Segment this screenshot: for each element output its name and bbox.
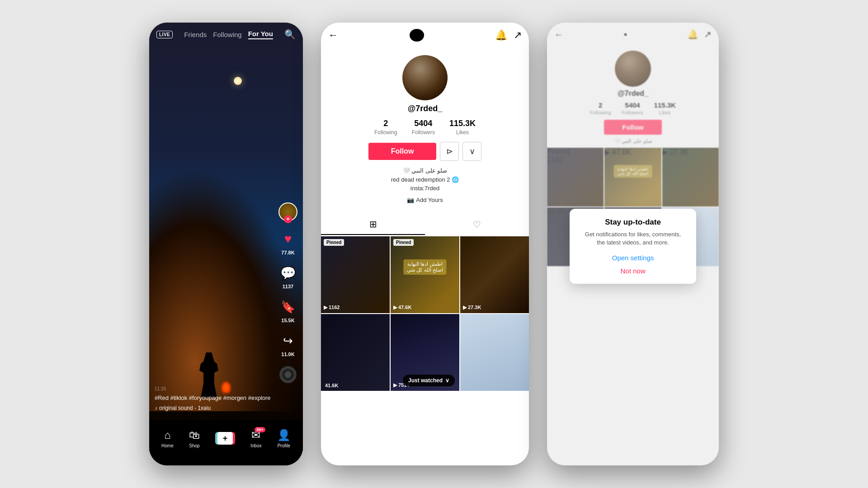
stat3-followers: 5404 Followers <box>622 101 643 115</box>
music-note-icon: ♪ <box>155 405 157 411</box>
likes3-label: Likes <box>659 110 671 115</box>
video-grid-tabs: ⊞ ♡ <box>321 214 529 235</box>
followers-label: Followers <box>412 129 435 136</box>
play-icon-5: ▶ <box>393 382 397 388</box>
profile-avatar-section: @7rded_ 2 Following 5404 Followers 115.3… <box>321 48 529 214</box>
add-button[interactable]: + <box>215 432 235 445</box>
phone-1-tiktok-feed: LIVE Friends Following For You 🔍 + <box>149 23 303 465</box>
open-settings-button[interactable]: Open settings <box>580 254 685 262</box>
follow-button[interactable]: Follow <box>368 143 437 160</box>
pinned-badge-1: Pinned <box>324 239 344 246</box>
grid-view-tab[interactable]: ⊞ <box>321 214 425 235</box>
sound-disc-action[interactable] <box>278 365 297 384</box>
search-icon[interactable]: 🔍 <box>284 29 296 40</box>
share-icon[interactable]: ↗ <box>514 29 522 41</box>
follow-plus-badge: + <box>284 215 292 223</box>
play3-2: ▶ <box>604 148 610 156</box>
heart-icon[interactable]: ♥ <box>278 230 297 249</box>
share-action[interactable]: ↪ 11.0K <box>278 331 297 357</box>
follow3-button: Follow <box>604 120 662 135</box>
home-label: Home <box>161 443 174 448</box>
profile-actions: Follow ⊳ ∨ <box>368 142 482 161</box>
center-dot-3 <box>624 33 627 36</box>
comment-action[interactable]: 💬 1137 <box>278 263 297 289</box>
popup-title: Stay up-to-date <box>580 218 685 227</box>
more-options-button[interactable]: ∨ <box>462 142 481 161</box>
creator-avatar[interactable]: + <box>278 202 297 221</box>
video-thumb-3[interactable]: ▶ 27.3K <box>460 236 529 313</box>
nav-following[interactable]: Following <box>213 31 241 38</box>
followers3-label: Followers <box>622 110 643 115</box>
message-button[interactable]: ⊳ <box>440 142 459 161</box>
bell-icon[interactable]: 🔔 <box>495 29 507 41</box>
profile-username: @7rded_ <box>408 104 443 113</box>
stat-followers: 5404 Followers <box>412 119 435 136</box>
not-now-button[interactable]: Not now <box>580 267 685 275</box>
share-count: 11.0K <box>281 352 294 357</box>
add-yours-link[interactable]: 📷 Add Yours <box>407 197 443 203</box>
phone1-top-nav: LIVE Friends Following For You 🔍 <box>149 23 303 43</box>
comment-count: 1137 <box>283 284 293 289</box>
like-action[interactable]: ♥ 77.8K <box>278 230 297 255</box>
profile3-bio: 🤍 صلو على النبي <box>614 138 651 144</box>
phone-2-profile: ← 🔔 ↗ @7rded_ 2 Following 5404 Followers… <box>321 23 529 465</box>
video-thumb-5[interactable]: ▶ 7514 Just watched ∨ <box>391 314 459 391</box>
nav-friends[interactable]: Friends <box>184 31 207 38</box>
nav-for-you[interactable]: For You <box>248 30 273 39</box>
bookmark-icon[interactable]: 🔖 <box>278 297 297 316</box>
likes-label: Likes <box>456 129 469 136</box>
video-timestamp: 11:15 <box>155 386 166 391</box>
video-thumb-6[interactable] <box>460 314 529 391</box>
video-background: + ♥ 77.8K 💬 1137 🔖 15.5K ↪ <box>149 23 303 465</box>
liked-videos-tab[interactable]: ♡ <box>425 214 529 235</box>
profile-bio: 🤍 صلو على النبي red dead redemption 2 🌐 … <box>382 166 468 193</box>
video-grid: Pinned ▶ 1162 Pinned اطمئن ادها النهايةا… <box>321 236 529 391</box>
profile3-stats: 2 Following 5404 Followers 115.3K Likes <box>590 101 676 115</box>
sound-label: original sound - 1xaiu <box>159 405 211 411</box>
bookmark-action[interactable]: 🔖 15.5K <box>278 297 297 323</box>
comment-icon[interactable]: 💬 <box>278 263 297 282</box>
stat-likes: 115.3K Likes <box>449 119 476 136</box>
nav-profile[interactable]: 👤 Profile <box>277 429 291 448</box>
like-count: 77.8K <box>281 250 294 255</box>
profile-icon: 👤 <box>277 429 291 441</box>
video3-thumb-3: ▶ 27.3K <box>662 148 719 206</box>
chevron-down-icon: ∨ <box>445 377 449 384</box>
video-thumb-4[interactable]: 41.6K <box>321 314 390 391</box>
view-count-1: ▶ 1162 <box>324 305 340 310</box>
views3-3: ▶ 27.3K <box>662 148 719 156</box>
share-arrow-icon[interactable]: ↪ <box>278 331 297 350</box>
nav-add[interactable]: + <box>215 432 235 445</box>
creator-avatar-item[interactable]: + <box>278 202 297 221</box>
likes3-count: 115.3K <box>654 101 676 109</box>
video-thumb-1[interactable]: Pinned ▶ 1162 <box>321 236 390 313</box>
inbox-label: Inbox <box>250 443 261 448</box>
phone3-inner: ← 🔔 ↗ @7rded_ 2 Following 5404 <box>547 23 719 465</box>
center-indicator <box>410 29 424 42</box>
video3-thumb-2: اطمئن ادها النهايةاصلح الله كل شي ▶ 47.6… <box>604 148 661 206</box>
following3-count: 2 <box>599 101 602 109</box>
nav-shop[interactable]: 🛍 Shop <box>189 429 200 448</box>
inbox-badge-count: 99+ <box>255 427 265 432</box>
profile3-section: @7rded_ 2 Following 5404 Followers 115.3… <box>547 46 719 148</box>
just-watched-badge[interactable]: Just watched ∨ <box>403 375 455 386</box>
shop-icon: 🛍 <box>189 429 200 441</box>
nav-home[interactable]: ⌂ Home <box>161 429 174 448</box>
live-button[interactable]: LIVE <box>156 31 173 38</box>
video-thumb-2[interactable]: Pinned اطمئن ادها النهايةاصلح الله كل شي… <box>391 236 459 313</box>
profile-avatar <box>402 55 448 100</box>
share-icon-3: ↗ <box>704 29 712 40</box>
stat-following: 2 Following <box>374 119 397 136</box>
view-count-4: 41.6K <box>324 383 338 388</box>
pinned-badge-2: Pinned <box>393 239 414 246</box>
plus-icon: + <box>223 434 228 443</box>
following-count: 2 <box>383 119 388 128</box>
notification-popup: Stay up-to-date Get notifications for li… <box>570 209 696 284</box>
top-icons-3: 🔔 ↗ <box>687 29 712 40</box>
moon-element <box>234 77 242 85</box>
followers-count: 5404 <box>414 119 432 128</box>
back-icon[interactable]: ← <box>328 29 338 41</box>
nav-inbox[interactable]: ✉ 99+ Inbox <box>250 429 261 448</box>
bio-line3: insta:7rded <box>391 184 459 193</box>
nav-links: Friends Following For You <box>184 30 273 39</box>
